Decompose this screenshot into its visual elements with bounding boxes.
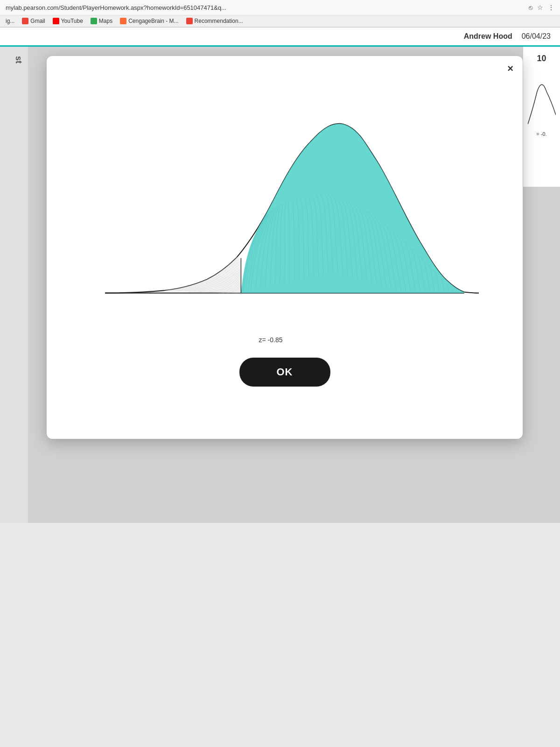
bookmark-cengage[interactable]: CengageBrain - M...	[120, 18, 178, 24]
normal-distribution-chart	[61, 70, 509, 341]
right-sidebar-partial: 10 = -0.	[523, 47, 560, 187]
share-icon[interactable]: ⎋	[529, 4, 532, 11]
url-bar: mylab.pearson.com/Student/PlayerHomework…	[0, 0, 560, 15]
bookmarks-bar: ig... Gmail YouTube Maps CengageBrain - …	[0, 15, 560, 27]
right-z-label: = -0.	[536, 131, 546, 137]
left-sidebar-text: st	[5, 56, 23, 63]
recommendation-icon	[186, 18, 193, 24]
right-curve-chart	[528, 73, 556, 129]
page-background	[0, 523, 560, 747]
modal-dialog: ×	[47, 56, 523, 439]
chart-svg	[70, 79, 499, 322]
bookmark-truncated[interactable]: ig...	[6, 18, 14, 24]
maps-icon	[91, 18, 97, 24]
main-content: st 10 = -0. ×	[0, 47, 560, 747]
bookmark-icon[interactable]: ☆	[537, 4, 543, 11]
more-options-icon[interactable]: ⋮	[548, 4, 554, 11]
right-number: 10	[537, 54, 546, 63]
page-header: Andrew Hood 06/04/23	[0, 28, 560, 47]
browser-icons: ⎋ ☆ ⋮	[529, 4, 554, 11]
url-text: mylab.pearson.com/Student/PlayerHomework…	[6, 4, 525, 11]
browser-chrome: mylab.pearson.com/Student/PlayerHomework…	[0, 0, 560, 28]
ok-button[interactable]: OK	[239, 358, 330, 387]
cengage-icon	[120, 18, 126, 24]
user-name: Andrew Hood	[464, 32, 512, 41]
bookmark-youtube[interactable]: YouTube	[53, 18, 83, 24]
gmail-icon	[22, 18, 28, 24]
bookmark-gmail[interactable]: Gmail	[22, 18, 45, 24]
ok-button-container: OK	[61, 358, 509, 387]
date-display: 06/04/23	[522, 32, 551, 41]
youtube-icon	[53, 18, 59, 24]
bookmark-maps[interactable]: Maps	[91, 18, 112, 24]
bookmark-recommendation[interactable]: Recommendation...	[186, 18, 243, 24]
